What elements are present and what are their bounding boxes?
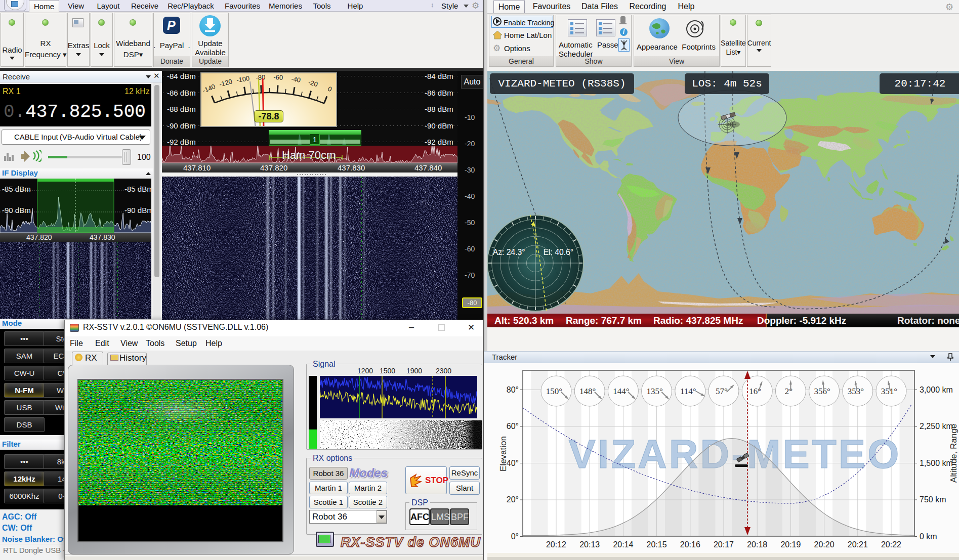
svg-text:Elevation: Elevation (498, 436, 508, 471)
svg-text:0°: 0° (511, 532, 519, 541)
svg-text:80°: 80° (507, 385, 519, 394)
svg-text:3,000 km: 3,000 km (920, 385, 953, 394)
svg-text:0: 0 (327, 85, 333, 94)
svg-text:20:21: 20:21 (848, 540, 868, 549)
svg-text:20:14: 20:14 (613, 540, 633, 549)
svg-text:20:20: 20:20 (814, 540, 835, 549)
svg-text:20:15: 20:15 (647, 540, 667, 549)
svg-text:57°: 57° (716, 386, 728, 396)
svg-text:20:17: 20:17 (714, 540, 734, 549)
svg-text:-80: -80 (256, 73, 266, 81)
svg-text:Az: 24.3°: Az: 24.3° (493, 248, 525, 256)
svg-text:-120: -120 (219, 77, 233, 88)
svg-text:Altitude, Range: Altitude, Range (949, 424, 958, 483)
svg-text:2,250 km: 2,250 km (920, 422, 953, 430)
svg-text:20:16: 20:16 (680, 540, 700, 549)
svg-text:-60: -60 (273, 73, 283, 81)
svg-text:20°: 20° (507, 495, 519, 504)
svg-text:-140: -140 (201, 82, 217, 95)
svg-text:144°: 144° (613, 386, 629, 396)
svg-text:2°: 2° (785, 386, 793, 396)
svg-text:1,500 km: 1,500 km (920, 459, 953, 467)
svg-text:148°: 148° (579, 386, 596, 396)
svg-text:353°: 353° (848, 386, 864, 396)
svg-text:20:13: 20:13 (579, 540, 600, 549)
svg-text:-20: -20 (308, 78, 319, 89)
svg-text:60°: 60° (507, 422, 519, 430)
svg-text:20:18: 20:18 (747, 540, 767, 549)
svg-text:20:12: 20:12 (546, 540, 566, 549)
svg-text:135°: 135° (646, 386, 662, 396)
svg-text:150°: 150° (546, 386, 562, 396)
svg-text:20:19: 20:19 (780, 540, 801, 549)
svg-text:-100: -100 (236, 74, 250, 84)
svg-text:El: 40.6°: El: 40.6° (544, 248, 573, 256)
svg-text:-40: -40 (290, 75, 301, 84)
svg-text:114°: 114° (680, 386, 696, 396)
svg-text:750 km: 750 km (920, 495, 946, 504)
svg-text:356°: 356° (814, 386, 830, 396)
svg-text:20:22: 20:22 (881, 540, 901, 549)
svg-text:0 km: 0 km (920, 532, 937, 541)
svg-text:40°: 40° (507, 459, 519, 467)
